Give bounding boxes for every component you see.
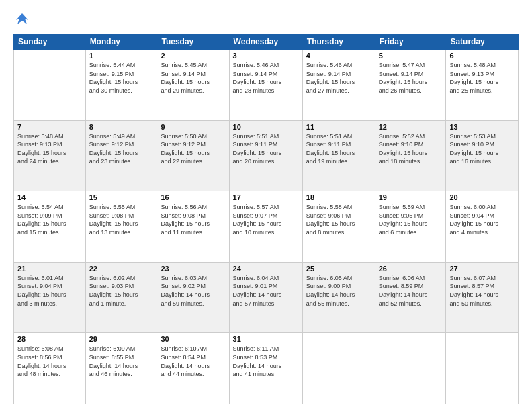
day-info: Sunrise: 5:51 AM Sunset: 9:11 PM Dayligh…	[233, 132, 299, 166]
calendar-cell: 21Sunrise: 6:01 AM Sunset: 9:04 PM Dayli…	[14, 262, 86, 333]
day-number: 2	[161, 52, 225, 60]
calendar-cell: 6Sunrise: 5:48 AM Sunset: 9:13 PM Daylig…	[446, 50, 519, 121]
day-info: Sunrise: 5:59 AM Sunset: 9:05 PM Dayligh…	[379, 203, 443, 236]
day-info: Sunrise: 6:08 AM Sunset: 8:56 PM Dayligh…	[17, 345, 82, 378]
calendar-cell: 9Sunrise: 5:50 AM Sunset: 9:12 PM Daylig…	[157, 120, 229, 191]
day-number: 13	[449, 123, 515, 131]
calendar-week-row: 14Sunrise: 5:54 AM Sunset: 9:09 PM Dayli…	[14, 191, 519, 263]
calendar-cell: 3Sunrise: 5:46 AM Sunset: 9:14 PM Daylig…	[229, 50, 302, 121]
calendar-cell: 30Sunrise: 6:10 AM Sunset: 8:54 PM Dayli…	[157, 333, 229, 404]
calendar-cell: 16Sunrise: 5:56 AM Sunset: 9:08 PM Dayli…	[157, 191, 229, 263]
calendar-cell: 27Sunrise: 6:07 AM Sunset: 8:57 PM Dayli…	[446, 262, 519, 333]
calendar-cell: 2Sunrise: 5:45 AM Sunset: 9:14 PM Daylig…	[157, 50, 229, 121]
day-info: Sunrise: 5:51 AM Sunset: 9:11 PM Dayligh…	[306, 132, 371, 166]
day-info: Sunrise: 5:54 AM Sunset: 9:09 PM Dayligh…	[17, 203, 82, 236]
calendar-cell: 29Sunrise: 6:09 AM Sunset: 8:55 PM Dayli…	[85, 333, 157, 404]
calendar-cell: 28Sunrise: 6:08 AM Sunset: 8:56 PM Dayli…	[14, 333, 86, 404]
day-number: 22	[89, 265, 154, 273]
calendar-cell: 1Sunrise: 5:44 AM Sunset: 9:15 PM Daylig…	[85, 50, 157, 121]
calendar-cell: 22Sunrise: 6:02 AM Sunset: 9:03 PM Dayli…	[85, 262, 157, 333]
calendar-cell	[375, 333, 446, 404]
day-number: 17	[233, 193, 299, 201]
calendar-cell: 23Sunrise: 6:03 AM Sunset: 9:02 PM Dayli…	[157, 262, 229, 333]
day-number: 26	[379, 265, 443, 273]
day-info: Sunrise: 5:46 AM Sunset: 9:14 PM Dayligh…	[306, 61, 371, 95]
day-number: 18	[306, 193, 371, 201]
day-info: Sunrise: 6:03 AM Sunset: 9:02 PM Dayligh…	[161, 274, 225, 308]
day-number: 27	[449, 265, 515, 273]
calendar-cell: 10Sunrise: 5:51 AM Sunset: 9:11 PM Dayli…	[229, 120, 302, 191]
calendar-cell: 7Sunrise: 5:48 AM Sunset: 9:13 PM Daylig…	[14, 120, 86, 191]
day-info: Sunrise: 5:44 AM Sunset: 9:15 PM Dayligh…	[89, 61, 154, 95]
day-info: Sunrise: 6:00 AM Sunset: 9:04 PM Dayligh…	[449, 203, 515, 236]
day-number: 7	[17, 123, 82, 131]
day-info: Sunrise: 6:11 AM Sunset: 8:53 PM Dayligh…	[233, 345, 299, 378]
calendar-cell: 26Sunrise: 6:06 AM Sunset: 8:59 PM Dayli…	[375, 262, 446, 333]
day-info: Sunrise: 6:04 AM Sunset: 9:01 PM Dayligh…	[233, 274, 299, 308]
svg-marker-0	[16, 13, 28, 24]
day-info: Sunrise: 6:10 AM Sunset: 8:54 PM Dayligh…	[161, 345, 225, 378]
day-header-friday: Friday	[375, 34, 446, 50]
logo-bird-icon	[15, 12, 30, 30]
day-number: 10	[233, 123, 299, 131]
day-number: 24	[233, 265, 299, 273]
day-number: 25	[306, 265, 371, 273]
day-number: 4	[306, 52, 371, 60]
calendar-cell: 8Sunrise: 5:49 AM Sunset: 9:12 PM Daylig…	[85, 120, 157, 191]
calendar-cell: 4Sunrise: 5:46 AM Sunset: 9:14 PM Daylig…	[302, 50, 375, 121]
calendar-header-row: SundayMondayTuesdayWednesdayThursdayFrid…	[14, 34, 519, 50]
day-info: Sunrise: 5:53 AM Sunset: 9:10 PM Dayligh…	[449, 132, 515, 166]
calendar-week-row: 1Sunrise: 5:44 AM Sunset: 9:15 PM Daylig…	[14, 50, 519, 121]
calendar-cell	[302, 333, 375, 404]
calendar-cell: 20Sunrise: 6:00 AM Sunset: 9:04 PM Dayli…	[446, 191, 519, 263]
calendar-cell	[14, 50, 86, 121]
calendar-cell: 24Sunrise: 6:04 AM Sunset: 9:01 PM Dayli…	[229, 262, 302, 333]
calendar-cell: 17Sunrise: 5:57 AM Sunset: 9:07 PM Dayli…	[229, 191, 302, 263]
calendar-week-row: 7Sunrise: 5:48 AM Sunset: 9:13 PM Daylig…	[14, 120, 519, 191]
calendar-cell: 25Sunrise: 6:05 AM Sunset: 9:00 PM Dayli…	[302, 262, 375, 333]
header	[13, 12, 519, 30]
day-number: 9	[161, 123, 225, 131]
day-header-wednesday: Wednesday	[229, 34, 302, 50]
day-number: 15	[89, 193, 154, 201]
calendar-cell: 5Sunrise: 5:47 AM Sunset: 9:14 PM Daylig…	[375, 50, 446, 121]
day-number: 8	[89, 123, 154, 131]
calendar-cell: 18Sunrise: 5:58 AM Sunset: 9:06 PM Dayli…	[302, 191, 375, 263]
calendar-cell: 14Sunrise: 5:54 AM Sunset: 9:09 PM Dayli…	[14, 191, 86, 263]
calendar-cell	[446, 333, 519, 404]
day-info: Sunrise: 5:46 AM Sunset: 9:14 PM Dayligh…	[233, 61, 299, 95]
day-info: Sunrise: 5:57 AM Sunset: 9:07 PM Dayligh…	[233, 203, 299, 236]
day-number: 20	[449, 193, 515, 201]
day-number: 29	[89, 335, 154, 343]
calendar-cell: 11Sunrise: 5:51 AM Sunset: 9:11 PM Dayli…	[302, 120, 375, 191]
day-header-saturday: Saturday	[446, 34, 519, 50]
calendar-week-row: 28Sunrise: 6:08 AM Sunset: 8:56 PM Dayli…	[14, 333, 519, 404]
logo	[13, 12, 30, 30]
day-number: 11	[306, 123, 371, 131]
day-number: 23	[161, 265, 225, 273]
day-number: 31	[233, 335, 299, 343]
day-info: Sunrise: 6:07 AM Sunset: 8:57 PM Dayligh…	[449, 274, 515, 308]
day-info: Sunrise: 5:56 AM Sunset: 9:08 PM Dayligh…	[161, 203, 225, 236]
day-header-monday: Monday	[85, 34, 157, 50]
day-number: 16	[161, 193, 225, 201]
day-info: Sunrise: 5:58 AM Sunset: 9:06 PM Dayligh…	[306, 203, 371, 236]
day-number: 5	[379, 52, 443, 60]
calendar-cell: 13Sunrise: 5:53 AM Sunset: 9:10 PM Dayli…	[446, 120, 519, 191]
calendar-table: SundayMondayTuesdayWednesdayThursdayFrid…	[13, 34, 519, 404]
calendar-cell: 12Sunrise: 5:52 AM Sunset: 9:10 PM Dayli…	[375, 120, 446, 191]
day-number: 14	[17, 193, 82, 201]
day-info: Sunrise: 5:48 AM Sunset: 9:13 PM Dayligh…	[17, 132, 82, 166]
day-header-tuesday: Tuesday	[157, 34, 229, 50]
day-info: Sunrise: 5:55 AM Sunset: 9:08 PM Dayligh…	[89, 203, 154, 236]
day-number: 6	[449, 52, 515, 60]
calendar-week-row: 21Sunrise: 6:01 AM Sunset: 9:04 PM Dayli…	[14, 262, 519, 333]
day-number: 19	[379, 193, 443, 201]
day-info: Sunrise: 6:01 AM Sunset: 9:04 PM Dayligh…	[17, 274, 82, 308]
day-header-thursday: Thursday	[302, 34, 375, 50]
day-number: 28	[17, 335, 82, 343]
day-info: Sunrise: 5:52 AM Sunset: 9:10 PM Dayligh…	[379, 132, 443, 166]
day-info: Sunrise: 6:02 AM Sunset: 9:03 PM Dayligh…	[89, 274, 154, 308]
day-info: Sunrise: 5:47 AM Sunset: 9:14 PM Dayligh…	[379, 61, 443, 95]
day-info: Sunrise: 5:48 AM Sunset: 9:13 PM Dayligh…	[449, 61, 515, 95]
